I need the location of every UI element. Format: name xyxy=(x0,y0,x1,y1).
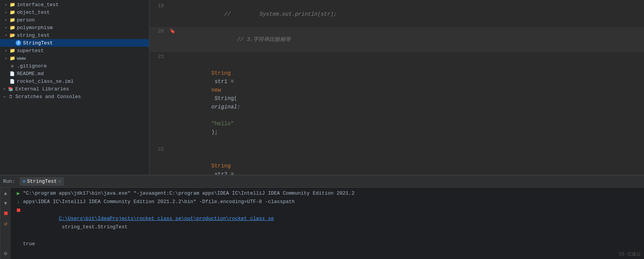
code-line-22: 22 String str2 = new String( original: "… xyxy=(149,145,644,175)
console-line-4: true xyxy=(11,240,644,248)
console-line-3: ⏹ C:\Users\bit\IdeaProjects\rocket_class… xyxy=(11,206,644,240)
sidebar-item-object_test[interactable]: object_test xyxy=(0,8,149,16)
code-token: ); xyxy=(211,129,218,135)
folder-icon xyxy=(9,55,15,61)
folder-icon xyxy=(9,17,15,23)
sidebar-item-label: README.md xyxy=(17,71,44,77)
settings-button[interactable]: ⚙ xyxy=(2,249,10,257)
git-icon xyxy=(9,63,15,69)
sidebar-item-label: string_test xyxy=(17,33,50,38)
code-line-19: 19 // System.out.println(str); xyxy=(149,2,644,27)
sidebar-item-www[interactable]: www xyxy=(0,54,149,62)
panel-side-icons: ▲ ▼ ⏹ ↺ ⚙ xyxy=(0,188,11,259)
console-gutter-3: ⏹ xyxy=(14,206,23,215)
sidebar-item-label: StringTest xyxy=(23,40,53,46)
sidebar-item-person[interactable]: person xyxy=(0,16,149,24)
folder-icon xyxy=(9,9,15,15)
reload-button[interactable]: ↺ xyxy=(2,219,10,228)
editor-area: 19 // System.out.println(str); 20 🔖 // 3… xyxy=(149,0,644,175)
sidebar-item-StringTest[interactable]: StringTest xyxy=(0,39,149,47)
code-token: new xyxy=(211,87,221,93)
console-gutter-1: ▶ xyxy=(14,189,23,198)
sidebar: interface_test object_test person polymo… xyxy=(0,0,149,175)
sidebar-item-string_test[interactable]: string_test xyxy=(0,31,149,39)
line-content-20: // 3.字符串比较相等 xyxy=(176,27,644,52)
line-number-19: 19 xyxy=(149,2,168,10)
sidebar-item-gitignore[interactable]: .gitignore xyxy=(0,62,149,70)
tree-arrow-object_test xyxy=(3,9,9,15)
tree-arrow-polymorphism xyxy=(3,25,9,31)
panel-tabs: Run: ⚙ StringTest × xyxy=(0,175,644,188)
code-token: // 3.字符串比较相等 xyxy=(211,36,291,43)
stop-run-button[interactable]: ⏹ xyxy=(2,209,10,218)
line-number-21: 21 xyxy=(149,52,168,61)
sidebar-item-label: interface_test xyxy=(17,2,59,8)
folder-icon xyxy=(9,48,15,54)
scratch-icon xyxy=(8,93,14,100)
panel-body: ▲ ▼ ⏹ ↺ ⚙ ▶ "C:\program apps\jdk17\bin\j… xyxy=(0,188,644,259)
bookmark-icon: 🔖 xyxy=(170,27,175,36)
down-arrow-icon: ↓ xyxy=(17,198,20,206)
code-line-20: 20 🔖 // 3.字符串比较相等 xyxy=(149,27,644,52)
tab-label: StringTest xyxy=(27,179,57,184)
console-text-3: C:\Users\bit\IdeaProjects\rocket_class_s… xyxy=(23,206,641,240)
sidebar-item-iml[interactable]: rocket_class_se.iml xyxy=(0,77,149,85)
code-token: str1 = xyxy=(211,79,237,85)
code-token xyxy=(211,154,237,161)
sidebar-item-label: rocket_class_se.iml xyxy=(17,79,74,84)
iml-icon xyxy=(9,78,15,84)
sidebar-item-readme[interactable]: README.md xyxy=(0,70,149,77)
tree-arrow-person xyxy=(3,17,9,23)
sidebar-item-polymorphism[interactable]: polymorphism xyxy=(0,24,149,31)
line-gutter-20: 🔖 xyxy=(168,27,176,36)
console-text-1: "C:\program apps\jdk17\bin\java.exe" "-j… xyxy=(23,189,641,198)
code-token: "hello" xyxy=(211,121,234,127)
line-number-20: 20 xyxy=(149,27,168,36)
main-area: interface_test object_test person polymo… xyxy=(0,0,644,175)
line-content-19: // System.out.println(str); xyxy=(176,2,644,27)
line-number-22: 22 xyxy=(149,145,168,154)
console-text-suffix: string_test.StringTest xyxy=(59,224,127,230)
tree-arrow-supertest xyxy=(3,48,9,54)
tree-arrow-external-libs xyxy=(2,86,8,92)
code-token: String xyxy=(211,163,230,169)
run-arrow-icon: ▶ xyxy=(17,189,20,198)
code-token: String xyxy=(211,70,230,76)
sidebar-item-external-libs[interactable]: External Libraries xyxy=(0,85,149,93)
code-token xyxy=(211,112,214,118)
sidebar-item-scratches[interactable]: Scratches and Consoles xyxy=(0,93,149,100)
panel-tab-stringtest[interactable]: ⚙ StringTest × xyxy=(20,177,64,186)
lib-icon xyxy=(8,86,14,92)
folder-icon xyxy=(9,25,15,31)
tree-arrow-interface_test xyxy=(3,2,9,8)
stop-icon: ⏹ xyxy=(16,206,21,215)
sidebar-item-label: object_test xyxy=(17,10,50,15)
sidebar-item-interface_test[interactable]: interface_test xyxy=(0,1,149,8)
sidebar-item-label: External Libraries xyxy=(15,86,69,92)
console-line-1: ▶ "C:\program apps\jdk17\bin\java.exe" "… xyxy=(11,189,644,198)
sidebar-item-label: supertest xyxy=(17,48,44,54)
code-token: // System.out.println(str); xyxy=(211,11,337,17)
sidebar-item-supertest[interactable]: supertest xyxy=(0,47,149,54)
code-token: original: xyxy=(211,104,240,110)
tab-close-button[interactable]: × xyxy=(58,179,61,184)
watermark-text: CS 亿速云 xyxy=(619,251,641,257)
scroll-down-button[interactable]: ▼ xyxy=(2,199,10,208)
scroll-up-button[interactable]: ▲ xyxy=(2,189,10,198)
code-container[interactable]: 19 // System.out.println(str); 20 🔖 // 3… xyxy=(149,0,644,175)
panel-content[interactable]: ▶ "C:\program apps\jdk17\bin\java.exe" "… xyxy=(11,188,644,259)
java-file-icon xyxy=(15,40,21,46)
run-label: Run: xyxy=(3,179,15,184)
line-content-22: String str2 = new String( original: "Hel… xyxy=(176,145,644,175)
watermark: CS 亿速云 xyxy=(619,251,641,257)
sidebar-item-label: .gitignore xyxy=(17,63,47,69)
code-line-21: 21 String str1 = new String( original: "… xyxy=(149,52,644,145)
sidebar-item-label: polymorphism xyxy=(17,25,53,31)
bottom-panel: Run: ⚙ StringTest × ▲ ▼ ⏹ ↺ ⚙ ▶ "C:\prog… xyxy=(0,175,644,259)
console-text-2: apps\IDEA IC\IntelliJ IDEA Community Edi… xyxy=(23,198,641,206)
file-link[interactable]: C:\Users\bit\IdeaProjects\rocket_class_s… xyxy=(59,216,274,221)
panel-content-wrapper: ▶ "C:\program apps\jdk17\bin\java.exe" "… xyxy=(11,188,644,259)
sidebar-item-label: www xyxy=(17,56,26,61)
folder-open-icon xyxy=(9,32,15,38)
md-icon xyxy=(9,70,15,77)
